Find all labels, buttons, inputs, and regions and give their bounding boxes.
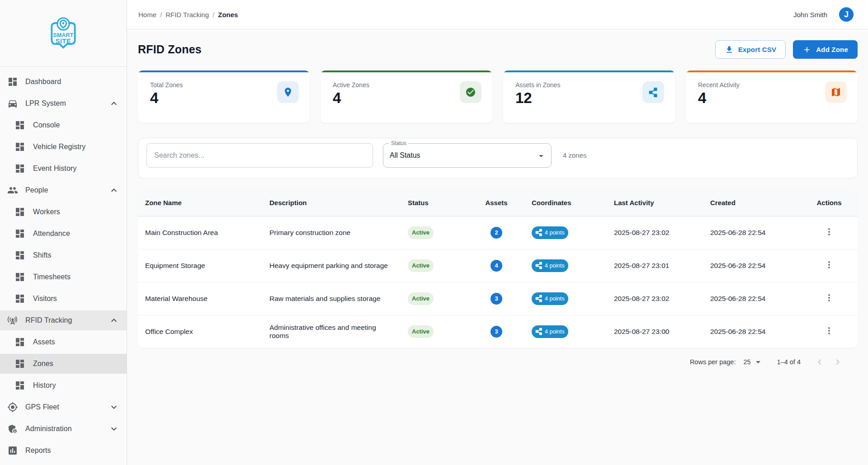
svg-text:SITE: SITE	[56, 37, 71, 44]
